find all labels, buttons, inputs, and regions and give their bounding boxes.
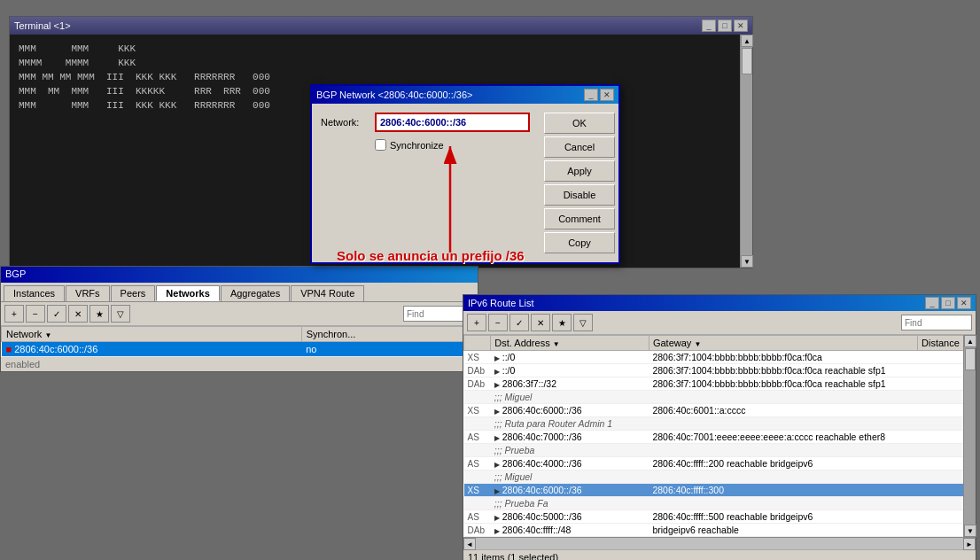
dst-cell: ▶ 2806:40c:6000::/36 [491, 404, 649, 417]
type-cell: DAb [464, 364, 491, 377]
col-type-header [464, 336, 491, 351]
comment-row: ;;; Miguel [464, 391, 976, 404]
ipv6-maximize-btn[interactable]: □ [941, 297, 955, 309]
ipv6-add-btn[interactable]: + [467, 314, 486, 331]
comment-row: ;;; Prueba [464, 444, 976, 457]
ipv6-status-bar: 11 items (1 selected) [463, 549, 976, 560]
network-row: Network: [321, 113, 530, 132]
bgp-toolbar: + − ✓ ✕ ★ ▽ [1, 302, 478, 326]
bgp-table: Network ▼ Synchron... ■2806:40c:6000::/3… [1, 326, 478, 357]
dialog-buttons: OK Cancel Apply Disable Comment Copy [544, 113, 615, 253]
table-row[interactable]: DAb ▶ 2806:40c:ffff::/48 bridgeipv6 reac… [464, 524, 976, 537]
synchronize-checkbox[interactable] [375, 139, 386, 151]
terminal-maximize-btn[interactable]: □ [718, 19, 732, 32]
enabled-status: enabled [1, 357, 478, 371]
terminal-scrollbar[interactable]: ▲ ▼ [740, 35, 752, 268]
dialog-minimize-btn[interactable]: _ [584, 89, 598, 101]
bgp-dialog-form: Network: Synchronize [321, 113, 530, 253]
star-btn[interactable]: ★ [89, 305, 109, 323]
ipv6-star-btn[interactable]: ★ [552, 314, 572, 331]
type-cell: AS [464, 431, 491, 444]
remove-btn[interactable]: − [26, 305, 45, 323]
comment-type [464, 471, 491, 484]
ipv6-remove-btn[interactable]: − [488, 314, 508, 331]
terminal-minimize-btn[interactable]: _ [702, 19, 716, 32]
comment-button[interactable]: Comment [544, 208, 615, 229]
table-row[interactable]: XS ▶ ::/0 2806:3f7:1004:bbbb:bbbb:bbbb:f… [464, 351, 976, 364]
table-row[interactable]: AS ▶ 2806:40c:7000::/36 2806:40c:7001:ee… [464, 431, 976, 444]
ipv6-hscrollbar[interactable]: ◄ ► [463, 537, 976, 549]
hscroll-left[interactable]: ◄ [463, 538, 476, 550]
col-gw-header: Gateway ▼ [649, 336, 917, 351]
table-row[interactable]: ■2806:40c:6000::/36 no [2, 342, 478, 357]
gw-cell: 2806:40c:ffff::300 [649, 484, 917, 497]
table-row[interactable]: AS ▶ 2806:40c:5000::/36 2806:40c:ffff::5… [464, 510, 976, 524]
check-btn[interactable]: ✓ [47, 305, 66, 323]
ipv6-table-container: Dst. Address ▼ Gateway ▼ Distance XS ▶ :… [463, 335, 976, 537]
disable-button[interactable]: Disable [544, 184, 615, 206]
table-row[interactable]: AS ▶ 2806:40c:4000::/36 2806:40c:ffff::2… [464, 457, 976, 471]
terminal-close-btn[interactable]: ✕ [734, 19, 748, 32]
dialog-close-btn[interactable]: ✕ [600, 89, 614, 101]
dst-cell: ▶ 2806:3f7::/32 [491, 377, 649, 391]
ipv6-panel-titlebar: IPv6 Route List _ □ ✕ [463, 295, 976, 311]
table-row[interactable]: DAb ▶ ::/0 2806:3f7:1004:bbbb:bbbb:bbbb:… [464, 364, 976, 377]
ipv6-scroll-up[interactable]: ▲ [964, 335, 976, 347]
ipv6-panel-controls: _ □ ✕ [925, 297, 971, 309]
gw-cell: bridgeipv6 reachable [649, 524, 917, 537]
filter-btn[interactable]: ▽ [111, 305, 130, 323]
table-row[interactable]: DAb ▶ 2806:3f7::/32 2806:3f7:1004:bbbb:b… [464, 377, 976, 391]
bgp-panel-title: BGP [1, 267, 478, 283]
dialog-controls: _ ✕ [584, 89, 614, 101]
table-row[interactable]: XS ▶ 2806:40c:6000::/36 2806:40c:6001::a… [464, 404, 976, 417]
network-label: Network: [321, 117, 369, 128]
dst-cell: ▶ 2806:40c:4000::/36 [491, 457, 649, 471]
scroll-up-arrow[interactable]: ▲ [741, 35, 753, 47]
comment-row: ;;; Ruta para Router Admin 1 [464, 417, 976, 431]
comment-text: ;;; Ruta para Router Admin 1 [491, 417, 976, 431]
ipv6-scroll-down[interactable]: ▼ [964, 525, 976, 537]
ipv6-cross-btn[interactable]: ✕ [531, 314, 550, 331]
bgp-dialog-titlebar: BGP Network <2806:40c:6000::/36> _ ✕ [312, 86, 618, 104]
ipv6-scrollbar[interactable]: ▲ ▼ [963, 335, 976, 537]
comment-type [464, 497, 491, 510]
ipv6-table: Dst. Address ▼ Gateway ▼ Distance XS ▶ :… [463, 335, 976, 537]
add-btn[interactable]: + [4, 305, 24, 323]
terminal-titlebar: Terminal <1> _ □ ✕ [10, 17, 752, 35]
ipv6-filter-btn[interactable]: ▽ [573, 314, 593, 331]
hscroll-right[interactable]: ► [963, 538, 976, 550]
gw-cell: 2806:40c:ffff::200 reachable bridgeipv6 [649, 457, 917, 471]
scroll-down-arrow[interactable]: ▼ [741, 255, 753, 268]
network-input[interactable] [375, 113, 530, 132]
ipv6-status-text: 11 items (1 selected) [468, 552, 558, 560]
ipv6-scroll-track [964, 347, 976, 525]
term-line-1: MMM MMM KKK [19, 42, 748, 56]
copy-button[interactable]: Copy [544, 232, 615, 253]
tab-networks[interactable]: Networks [156, 285, 220, 301]
tab-instances[interactable]: Instances [4, 285, 65, 301]
ipv6-find-input[interactable] [901, 315, 972, 331]
apply-button[interactable]: Apply [544, 160, 615, 182]
type-cell: XS [464, 351, 491, 364]
terminal-controls: _ □ ✕ [702, 19, 748, 32]
gw-cell: 2806:3f7:1004:bbbb:bbbb:bbbb:f0ca:f0ca r… [649, 377, 917, 391]
ipv6-close-btn[interactable]: ✕ [957, 297, 971, 309]
table-row[interactable]: XS ▶ 2806:40c:6000::/36 2806:40c:ffff::3… [464, 484, 976, 497]
ipv6-check-btn[interactable]: ✓ [509, 314, 529, 331]
cancel-button[interactable]: Cancel [544, 136, 615, 158]
ipv6-minimize-btn[interactable]: _ [925, 297, 939, 309]
dst-cell: ▶ 2806:40c:ffff::/48 [491, 524, 649, 537]
col-sync-header: Synchron... [301, 327, 477, 342]
ipv6-scroll-thumb[interactable] [965, 348, 976, 370]
gw-cell: 2806:40c:6001::a:cccc [649, 404, 917, 417]
tab-vpn4route[interactable]: VPN4 Route [291, 285, 364, 301]
ok-button[interactable]: OK [544, 113, 615, 134]
type-cell: XS [464, 484, 491, 497]
cross-btn[interactable]: ✕ [68, 305, 88, 323]
dst-cell: ▶ 2806:40c:5000::/36 [491, 510, 649, 524]
scroll-thumb[interactable] [742, 48, 752, 74]
gw-cell: 2806:3f7:1004:bbbb:bbbb:bbbb:f0ca:f0ca [649, 351, 917, 364]
tab-peers[interactable]: Peers [111, 285, 156, 301]
tab-vrfs[interactable]: VRFs [66, 285, 110, 301]
tab-aggregates[interactable]: Aggregates [221, 285, 290, 301]
